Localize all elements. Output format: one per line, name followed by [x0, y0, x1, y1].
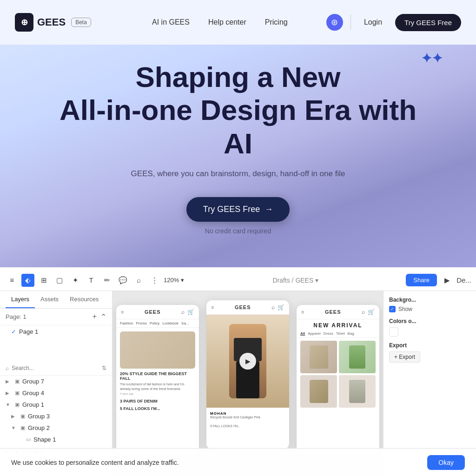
product-2 — [339, 341, 376, 373]
cookie-message: We use cookies to personalize content an… — [11, 459, 420, 466]
hero-cta-button[interactable]: Try GEES Free → — [186, 197, 290, 222]
product-3 — [300, 375, 337, 408]
phone-nav-1: FashionPromoPolicyLookbookSa... — [116, 319, 199, 328]
layer-item-group3[interactable]: ▶ ▣ Group 3 — [0, 410, 112, 422]
layer-item-shape1[interactable]: ▶ ▭ Shape 1 — [0, 434, 112, 445]
new-arrival-title: NEW ARRIVAL — [297, 319, 379, 331]
nav-ai-link[interactable]: AI in GEES — [152, 18, 190, 26]
share-button[interactable]: Share — [406, 274, 437, 286]
phone-header-2: ≡ GEES ⌕🛒 — [206, 300, 289, 315]
tab-assets[interactable]: Assets — [35, 291, 64, 308]
dropdown-icon[interactable]: ▾ — [315, 277, 318, 284]
more-icon[interactable]: ⋮ — [148, 274, 161, 287]
phone-logo-2: GEES — [235, 304, 251, 310]
cardigan-label: Recycle Boucle Knit Cardigan Pink — [210, 416, 285, 419]
design-tab[interactable]: De... — [457, 274, 470, 287]
beta-badge: Beta — [71, 18, 91, 27]
layer-item-group2-child[interactable]: ▼ ▣ Group 2 — [0, 422, 112, 434]
layer-item-group1[interactable]: ▼ ▣ Group 1 — [0, 399, 112, 410]
text-tool-icon[interactable]: T — [85, 274, 98, 287]
tab-layers[interactable]: Layers — [6, 291, 35, 308]
color-swatch-1[interactable] — [389, 327, 398, 337]
logo[interactable]: ⊕ GEES Beta — [15, 13, 91, 32]
pencil-tool-icon[interactable]: ✏ — [100, 274, 113, 287]
hero-subtitle: GEES, where you can brainstorm, design, … — [131, 169, 345, 178]
try-free-button[interactable]: Try GEES Free — [395, 14, 461, 31]
collapse-icon[interactable]: ⌃ — [100, 312, 106, 321]
show-checkbox[interactable]: ✓ — [389, 306, 396, 312]
folder-icon: ▣ — [15, 402, 20, 408]
hero-title: Shaping a New All-in-one Design Era with… — [52, 60, 424, 160]
phone-fall-label: 5 FALL LOOKS I'M... — [120, 406, 195, 411]
page-controls: + ⌃ — [93, 312, 106, 321]
pen-tool-icon[interactable]: ✦ — [69, 274, 82, 287]
phone-title-1: 20% STYLE GUIDE THE BIGGEST FALL — [120, 371, 195, 381]
export-title: Export — [389, 342, 470, 349]
na-tabs: All Apparel Dress Tshirt Bag — [297, 331, 379, 338]
page-section: Page: 1 + ⌃ — [0, 309, 112, 325]
phone-screen-3: ≡ GEES ⌕🛒 NEW ARRIVAL All Apparel Dress … — [297, 305, 379, 454]
zoom-control[interactable]: 120% ▾ — [164, 277, 184, 284]
mohan-label: MOHAN — [210, 411, 285, 416]
arrow-right-icon: → — [264, 205, 273, 214]
chevron-down-icon: ▾ — [181, 277, 184, 284]
chevron-down-icon: ▼ — [11, 425, 18, 430]
right-section-export: Export + Export — [389, 342, 470, 363]
chevron-right-icon: ▶ — [6, 379, 12, 384]
breadcrumb: Drafts / GEES ▾ — [272, 277, 318, 284]
login-button[interactable]: Login — [358, 14, 388, 30]
nav-right: ⊛ Login Try GEES Free — [326, 14, 461, 31]
show-label: Show — [398, 306, 412, 312]
export-button[interactable]: + Export — [389, 351, 420, 363]
navbar: ⊕ GEES Beta AI in GEES Help center Prici… — [0, 0, 476, 45]
tab-resources[interactable]: Resources — [64, 291, 104, 308]
phone-content-1: 20% STYLE GUIDE THE BIGGEST FALL The exc… — [116, 328, 199, 415]
show-checkbox-row: ✓ Show — [389, 306, 470, 312]
background-title: Backgro... — [389, 297, 470, 303]
phone-denim-label: 3 PAIRS OF DENIM — [120, 399, 195, 403]
nav-help-link[interactable]: Help center — [208, 18, 246, 26]
phone-screen-2: ≡ GEES ⌕🛒 ▶ MO — [206, 300, 289, 449]
product-1 — [300, 341, 337, 373]
phone-icons-1: ⌕🛒 — [181, 309, 194, 315]
nav-divider — [350, 15, 351, 30]
no-credit-card-text: No credit card required — [205, 227, 271, 235]
toolbar-right: Share ▶ De... — [406, 274, 470, 287]
phone-icons-3: ⌕🛒 — [362, 309, 375, 315]
layer-item-group7[interactable]: ▶ ▣ Group 7 — [0, 376, 112, 387]
shape-icon: ▭ — [26, 436, 31, 443]
phone-header-3: ≡ GEES ⌕🛒 — [297, 305, 379, 319]
color-swatches — [389, 327, 470, 337]
sparkle-icon: ✦✦ — [421, 51, 443, 66]
menu-icon[interactable]: ≡ — [6, 274, 19, 287]
phone-icons-2: ⌕🛒 — [271, 304, 284, 311]
phone-header-1: ≡ GEES ⌕🛒 — [116, 305, 199, 319]
comment-icon[interactable]: 💬 — [116, 274, 129, 287]
folder-icon: ▣ — [15, 390, 20, 396]
fall-looks-label: 5 FALL LOOKS I'M... — [206, 423, 289, 430]
discord-icon[interactable]: ⊛ — [326, 14, 343, 31]
page-label: Page: 1 — [6, 313, 26, 320]
phone-hero-img-1 — [120, 331, 195, 369]
page1-item[interactable]: ✓ Page 1 — [0, 325, 112, 338]
crop-tool-icon[interactable]: ▢ — [53, 274, 66, 287]
sort-icon[interactable]: ⇅ — [102, 365, 106, 371]
search-inner: ⌕ — [6, 365, 58, 371]
select-tool-icon[interactable]: ⬖ — [21, 274, 34, 287]
search-icon[interactable]: ⌕ — [132, 274, 145, 287]
layers-search-input[interactable] — [12, 365, 58, 371]
add-page-icon[interactable]: + — [93, 312, 97, 321]
play-button[interactable]: ▶ — [239, 353, 256, 370]
model-info: MOHAN Recycle Boucle Knit Cardigan Pink — [206, 408, 289, 423]
frame-tool-icon[interactable]: ⊞ — [37, 274, 50, 287]
model-image: ▶ — [206, 315, 289, 408]
phone-desc-1: The excitement of fall fashion is here a… — [120, 382, 195, 391]
folder-icon: ▣ — [15, 378, 20, 384]
right-section-colors: Colors o... — [389, 318, 470, 337]
cookie-ok-button[interactable]: Okay — [427, 455, 465, 470]
nav-pricing-link[interactable]: Pricing — [265, 18, 288, 26]
colors-title: Colors o... — [389, 318, 470, 324]
play-icon[interactable]: ▶ — [441, 274, 454, 287]
layer-item-group4[interactable]: ▶ ▣ Group 4 — [0, 387, 112, 399]
phone-logo-3: GEES — [325, 309, 341, 315]
